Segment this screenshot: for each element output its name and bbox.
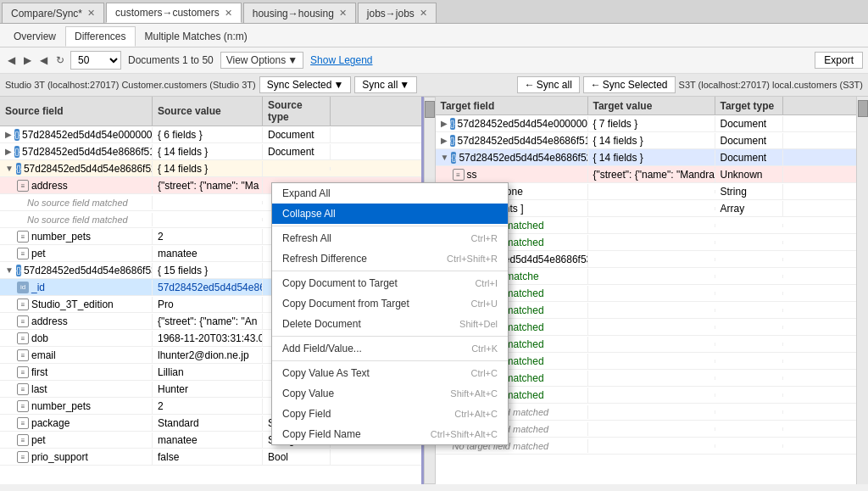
target-value-cell bbox=[588, 207, 715, 210]
source-type-header: Source type bbox=[263, 97, 331, 126]
expand-icon[interactable]: ▼ bbox=[441, 153, 449, 162]
table-row[interactable]: ▼ {} 57d28452ed5d4d54e8686f52 { 14 field… bbox=[0, 160, 421, 177]
doc-icon: {} bbox=[16, 163, 21, 175]
sub-tab-multiple-matches[interactable]: Multiple Matches (n:m) bbox=[136, 26, 257, 47]
context-menu: Expand All Collapse All Refresh All Ctrl… bbox=[271, 182, 509, 445]
nav-next-btn[interactable]: ▶ bbox=[21, 53, 34, 68]
source-field-cell: ≡ last bbox=[0, 382, 153, 397]
table-row[interactable]: ≡ prio_support false Bool bbox=[0, 449, 421, 466]
expand-icon[interactable]: ▶ bbox=[5, 130, 12, 139]
source-field-cell: ≡ prio_support bbox=[0, 449, 153, 465]
tab-bar: Compare/Sync* ✕ customers→customers ✕ ho… bbox=[0, 0, 868, 24]
target-type-header: Target type bbox=[715, 97, 783, 114]
source-type-cell: Document bbox=[263, 127, 331, 142]
expand-icon[interactable]: ▶ bbox=[5, 147, 12, 156]
tab-housing[interactable]: housing→housing ✕ bbox=[243, 3, 356, 23]
scroll-thumb[interactable] bbox=[425, 101, 435, 118]
tab-customers[interactable]: customers→customers ✕ bbox=[106, 3, 242, 23]
target-value-cell bbox=[588, 224, 715, 227]
source-field-cell: ≡ address bbox=[0, 178, 153, 193]
table-row[interactable]: ▶ {} 57d28452ed5d4d54e8686f51 { 14 field… bbox=[0, 143, 421, 160]
sync-selected-right-btn[interactable]: ← Sync Selected bbox=[583, 76, 676, 93]
target-value-cell bbox=[588, 241, 715, 244]
table-row[interactable]: ▶ {} 57d28452ed5d4d54e0000000 { 7 fields… bbox=[436, 115, 857, 132]
field-icon: ≡ bbox=[17, 299, 29, 310]
source-value-cell bbox=[153, 201, 263, 204]
target-type-cell: Document bbox=[715, 133, 783, 148]
right-scroll-thumb[interactable] bbox=[858, 100, 868, 117]
source-field-cell: No source field matched bbox=[0, 213, 153, 226]
table-row[interactable]: ▶ {} 57d28452ed5d4d54e0000000 { 6 fields… bbox=[0, 126, 421, 143]
context-add-field[interactable]: Add Field/Value... Ctrl+K bbox=[272, 338, 508, 359]
source-field-cell: ≡ package bbox=[0, 416, 153, 431]
toolbar: ◀ ▶ ◀ ↻ 50 100 200 Documents 1 to 50 Vie… bbox=[0, 47, 868, 74]
context-delete-doc[interactable]: Delete Document Shift+Del bbox=[272, 314, 508, 334]
tab-compare-sync-label: Compare/Sync* bbox=[11, 8, 82, 20]
context-refresh-diff[interactable]: Refresh Difference Ctrl+Shift+R bbox=[272, 248, 508, 269]
source-value-cell: 1968-11-20T03:31:43.0 bbox=[153, 331, 263, 346]
tab-jobs-close[interactable]: ✕ bbox=[420, 8, 427, 19]
target-value-cell bbox=[588, 275, 715, 278]
source-field-header: Source field bbox=[0, 97, 153, 126]
sub-tab-differences[interactable]: Differences bbox=[65, 26, 135, 47]
view-options-btn[interactable]: View Options ▼ bbox=[220, 52, 303, 69]
source-value-cell: lhunter2@dion.ne.jp bbox=[153, 348, 263, 363]
expand-icon[interactable]: ▼ bbox=[5, 164, 14, 173]
source-field-cell: id _id bbox=[0, 280, 153, 295]
field-icon: ≡ bbox=[17, 315, 29, 327]
source-field-cell: ≡ dob bbox=[0, 331, 153, 346]
field-icon: ≡ bbox=[453, 169, 465, 181]
right-scrollbar[interactable] bbox=[856, 97, 868, 484]
expand-icon[interactable]: ▶ bbox=[441, 119, 448, 128]
target-value-header: Target value bbox=[588, 97, 715, 114]
target-value-cell: { 14 fields } bbox=[588, 133, 715, 148]
tab-housing-close[interactable]: ✕ bbox=[339, 8, 347, 19]
target-type-cell bbox=[715, 224, 783, 227]
source-value-cell: Standard bbox=[153, 416, 263, 431]
target-type-cell bbox=[715, 241, 783, 244]
tab-jobs[interactable]: jobs→jobs ✕ bbox=[358, 3, 437, 23]
table-row[interactable]: ▶ {} 57d28452ed5d4d54e8686f51 { 14 field… bbox=[436, 132, 857, 149]
table-row[interactable]: ▼ {} 57d28452ed5d4d54e8686f52 { 14 field… bbox=[436, 149, 857, 166]
expand-icon[interactable]: ▶ bbox=[441, 136, 448, 145]
context-expand-all[interactable]: Expand All bbox=[272, 183, 508, 204]
tab-housing-label: housing→housing bbox=[253, 8, 334, 20]
context-copy-field-name[interactable]: Copy Field Name Ctrl+Shift+Alt+C bbox=[272, 424, 508, 444]
expand-icon[interactable]: ▼ bbox=[5, 265, 14, 275]
context-refresh-all[interactable]: Refresh All Ctrl+R bbox=[272, 228, 508, 248]
show-legend-link[interactable]: Show Legend bbox=[310, 54, 372, 66]
context-copy-value-text[interactable]: Copy Value As Text Ctrl+C bbox=[272, 363, 508, 383]
context-copy-value[interactable]: Copy Value Shift+Alt+C bbox=[272, 383, 508, 404]
context-copy-to-target[interactable]: Copy Document to Target Ctrl+I bbox=[272, 273, 508, 293]
source-value-cell: { 6 fields } bbox=[153, 127, 263, 142]
source-value-cell: false bbox=[153, 449, 263, 465]
table-row[interactable]: ≡ ss {"street": {"name": "Mandrake", "..… bbox=[436, 166, 857, 183]
right-table-header: Target field Target value Target type bbox=[436, 97, 857, 115]
source-field-cell: ≡ first bbox=[0, 365, 153, 380]
nav-prev2-btn[interactable]: ◀ bbox=[37, 53, 50, 68]
target-type-cell: String bbox=[715, 184, 783, 199]
tab-compare-sync-close[interactable]: ✕ bbox=[87, 8, 95, 19]
target-type-cell: Document bbox=[715, 150, 783, 165]
refresh-btn[interactable]: ↻ bbox=[53, 53, 67, 68]
field-icon: ≡ bbox=[17, 180, 29, 192]
context-separator-1 bbox=[272, 226, 508, 226]
page-size-select[interactable]: 50 100 200 bbox=[70, 51, 121, 70]
tab-compare-sync[interactable]: Compare/Sync* ✕ bbox=[2, 3, 104, 23]
sub-tab-overview[interactable]: Overview bbox=[4, 26, 65, 47]
tab-jobs-label: jobs→jobs bbox=[367, 8, 415, 20]
context-copy-from-target[interactable]: Copy Document from Target Ctrl+U bbox=[272, 293, 508, 314]
sync-all-right-btn[interactable]: ← Sync all bbox=[517, 76, 580, 93]
tab-customers-close[interactable]: ✕ bbox=[225, 8, 232, 19]
context-collapse-all[interactable]: Collapse All bbox=[272, 204, 508, 224]
sync-all-left-btn[interactable]: Sync all ▼ bbox=[354, 76, 417, 93]
source-value-cell: { 15 fields } bbox=[153, 263, 263, 278]
source-value-cell: 2 bbox=[153, 229, 263, 244]
sync-bar: Studio 3T (localhost:27017) Customer.cus… bbox=[0, 74, 868, 97]
context-copy-field[interactable]: Copy Field Ctrl+Alt+C bbox=[272, 404, 508, 424]
export-btn[interactable]: Export bbox=[815, 52, 863, 69]
nav-prev-btn[interactable]: ◀ bbox=[5, 53, 18, 68]
field-icon: ≡ bbox=[17, 366, 29, 378]
sync-selected-btn[interactable]: Sync Selected ▼ bbox=[259, 76, 352, 93]
source-type-cell: Document bbox=[263, 144, 331, 159]
